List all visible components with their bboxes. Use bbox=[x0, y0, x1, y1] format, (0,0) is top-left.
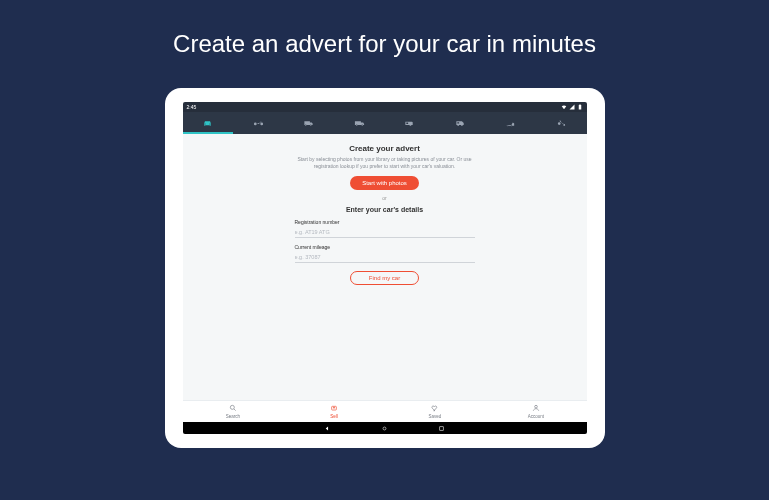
tab-farm[interactable] bbox=[536, 112, 587, 134]
tablet-frame: 2:45 Create your advert Start by selecti… bbox=[165, 88, 605, 448]
tab-caravan[interactable] bbox=[385, 112, 436, 134]
android-statusbar: 2:45 bbox=[183, 102, 587, 112]
registration-input[interactable] bbox=[295, 227, 475, 238]
start-with-photos-button[interactable]: Start with photos bbox=[350, 176, 419, 190]
wifi-icon bbox=[561, 104, 567, 111]
svg-point-0 bbox=[230, 405, 234, 409]
nav-account-label: Account bbox=[528, 414, 544, 419]
registration-label: Registration number bbox=[295, 219, 475, 225]
svg-rect-4 bbox=[440, 426, 444, 430]
tab-motorbike[interactable] bbox=[233, 112, 284, 134]
heart-icon bbox=[431, 404, 439, 413]
svg-point-3 bbox=[383, 427, 386, 430]
battery-icon bbox=[577, 104, 583, 111]
main-content: Create your advert Start by selecting ph… bbox=[183, 134, 587, 400]
account-icon bbox=[532, 404, 540, 413]
registration-field: Registration number bbox=[295, 219, 475, 238]
mileage-label: Current mileage bbox=[295, 244, 475, 250]
details-heading: Enter your car's details bbox=[346, 206, 423, 213]
tab-van[interactable] bbox=[284, 112, 335, 134]
nav-search-label: Search bbox=[226, 414, 240, 419]
nav-search[interactable]: Search bbox=[183, 401, 284, 422]
search-icon bbox=[229, 404, 237, 413]
android-navbar bbox=[183, 422, 587, 434]
signal-icon bbox=[569, 104, 575, 111]
vehicle-type-tabs bbox=[183, 112, 587, 134]
mileage-field: Current mileage bbox=[295, 244, 475, 263]
tab-motorhome[interactable] bbox=[435, 112, 486, 134]
nav-sell-label: Sell bbox=[330, 414, 338, 419]
create-advert-title: Create your advert bbox=[349, 144, 420, 153]
mileage-input[interactable] bbox=[295, 252, 475, 263]
nav-saved[interactable]: Saved bbox=[385, 401, 486, 422]
nav-account[interactable]: Account bbox=[486, 401, 587, 422]
create-advert-subtitle: Start by selecting photos from your libr… bbox=[285, 156, 485, 169]
nav-saved-label: Saved bbox=[429, 414, 442, 419]
or-divider: or bbox=[382, 195, 386, 201]
nav-sell[interactable]: Sell bbox=[284, 401, 385, 422]
promo-title: Create an advert for your car in minutes bbox=[173, 30, 596, 58]
sell-icon bbox=[330, 404, 338, 413]
android-home-button[interactable] bbox=[381, 425, 388, 432]
find-my-car-button[interactable]: Find my car bbox=[350, 271, 419, 285]
tab-plant[interactable] bbox=[486, 112, 537, 134]
bottom-navigation: Search Sell Saved Account bbox=[183, 400, 587, 422]
tab-truck[interactable] bbox=[334, 112, 385, 134]
statusbar-time: 2:45 bbox=[187, 104, 197, 110]
screen: 2:45 Create your advert Start by selecti… bbox=[183, 102, 587, 434]
android-back-button[interactable] bbox=[324, 425, 331, 432]
svg-point-2 bbox=[535, 405, 538, 408]
tab-car[interactable] bbox=[183, 112, 234, 134]
android-recents-button[interactable] bbox=[438, 425, 445, 432]
